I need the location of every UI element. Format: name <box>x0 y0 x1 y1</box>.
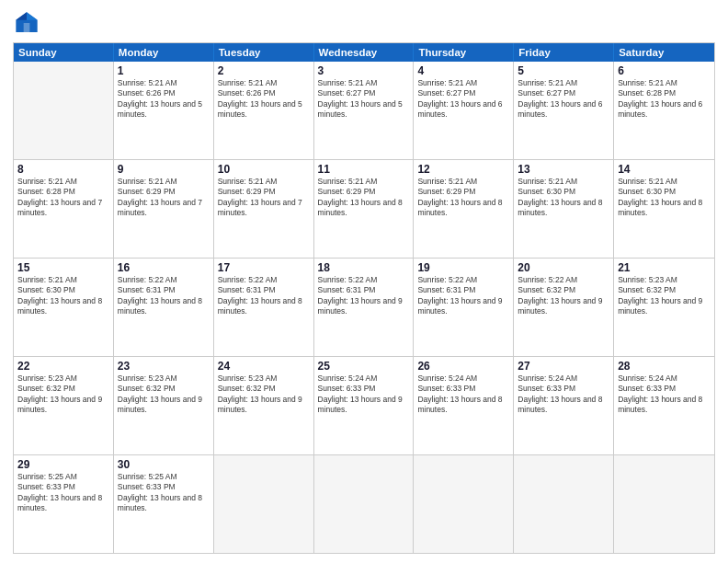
day-number: 24 <box>218 360 310 373</box>
svg-marker-2 <box>16 12 27 19</box>
cal-cell: 25Sunrise: 5:24 AMSunset: 6:33 PMDayligh… <box>314 357 415 454</box>
cal-cell: 28Sunrise: 5:24 AMSunset: 6:33 PMDayligh… <box>614 357 714 454</box>
day-info: Sunrise: 5:23 AMSunset: 6:32 PMDaylight:… <box>17 373 109 416</box>
day-info: Sunrise: 5:22 AMSunset: 6:31 PMDaylight:… <box>118 275 210 317</box>
cal-cell: 29Sunrise: 5:25 AMSunset: 6:33 PMDayligh… <box>14 455 114 553</box>
day-info: Sunrise: 5:24 AMSunset: 6:33 PMDaylight:… <box>618 373 711 416</box>
day-info: Sunrise: 5:21 AMSunset: 6:29 PMDaylight:… <box>118 177 210 219</box>
day-info: Sunrise: 5:21 AMSunset: 6:27 PMDaylight:… <box>417 78 509 121</box>
cal-header-day: Friday <box>514 43 614 62</box>
cal-header-day: Saturday <box>614 43 714 62</box>
cal-header-day: Sunday <box>14 43 114 62</box>
day-number: 22 <box>17 360 109 373</box>
cal-cell <box>414 455 514 553</box>
day-info: Sunrise: 5:22 AMSunset: 6:31 PMDaylight:… <box>218 275 310 317</box>
day-info: Sunrise: 5:21 AMSunset: 6:26 PMDaylight:… <box>218 78 310 121</box>
day-number: 30 <box>118 458 210 471</box>
day-info: Sunrise: 5:22 AMSunset: 6:32 PMDaylight:… <box>518 275 609 317</box>
page: SundayMondayTuesdayWednesdayThursdayFrid… <box>0 0 728 563</box>
day-number: 6 <box>618 64 711 77</box>
cal-cell <box>214 455 314 553</box>
cal-header-day: Thursday <box>414 43 514 62</box>
cal-row: 15Sunrise: 5:21 AMSunset: 6:30 PMDayligh… <box>14 258 714 356</box>
cal-header-day: Monday <box>114 43 214 62</box>
day-number: 16 <box>118 261 210 274</box>
cal-cell: 6Sunrise: 5:21 AMSunset: 6:28 PMDaylight… <box>614 62 714 159</box>
day-number: 10 <box>218 163 310 176</box>
cal-cell <box>514 455 614 553</box>
cal-cell: 15Sunrise: 5:21 AMSunset: 6:30 PMDayligh… <box>14 259 114 356</box>
day-number: 11 <box>318 163 410 176</box>
cal-cell: 21Sunrise: 5:23 AMSunset: 6:32 PMDayligh… <box>614 259 714 356</box>
day-info: Sunrise: 5:22 AMSunset: 6:31 PMDaylight:… <box>417 275 509 317</box>
cal-cell: 30Sunrise: 5:25 AMSunset: 6:33 PMDayligh… <box>114 455 214 553</box>
day-number: 29 <box>17 458 109 471</box>
svg-rect-3 <box>24 23 30 32</box>
cal-cell: 5Sunrise: 5:21 AMSunset: 6:27 PMDaylight… <box>514 62 614 159</box>
cal-header-day: Wednesday <box>314 43 415 62</box>
cal-header-day: Tuesday <box>214 43 314 62</box>
day-number: 8 <box>17 163 109 176</box>
day-number: 17 <box>218 261 310 274</box>
day-info: Sunrise: 5:21 AMSunset: 6:28 PMDaylight:… <box>618 78 711 121</box>
day-info: Sunrise: 5:21 AMSunset: 6:27 PMDaylight:… <box>318 78 410 121</box>
header <box>13 9 715 37</box>
cal-cell: 20Sunrise: 5:22 AMSunset: 6:32 PMDayligh… <box>514 259 614 356</box>
day-info: Sunrise: 5:21 AMSunset: 6:29 PMDaylight:… <box>417 177 509 219</box>
cal-row: 22Sunrise: 5:23 AMSunset: 6:32 PMDayligh… <box>14 356 714 454</box>
cal-cell <box>14 62 114 159</box>
day-info: Sunrise: 5:22 AMSunset: 6:31 PMDaylight:… <box>318 275 410 317</box>
cal-cell: 22Sunrise: 5:23 AMSunset: 6:32 PMDayligh… <box>14 357 114 454</box>
day-number: 20 <box>518 261 609 274</box>
day-info: Sunrise: 5:21 AMSunset: 6:27 PMDaylight:… <box>518 78 609 121</box>
day-number: 3 <box>318 64 410 77</box>
cal-row: 1Sunrise: 5:21 AMSunset: 6:26 PMDaylight… <box>14 62 714 159</box>
svg-marker-1 <box>27 12 38 19</box>
cal-cell: 8Sunrise: 5:21 AMSunset: 6:28 PMDaylight… <box>14 160 114 258</box>
cal-cell: 4Sunrise: 5:21 AMSunset: 6:27 PMDaylight… <box>414 62 514 159</box>
day-info: Sunrise: 5:25 AMSunset: 6:33 PMDaylight:… <box>118 472 210 514</box>
day-info: Sunrise: 5:24 AMSunset: 6:33 PMDaylight:… <box>518 373 609 416</box>
cal-cell: 2Sunrise: 5:21 AMSunset: 6:26 PMDaylight… <box>214 62 314 159</box>
day-info: Sunrise: 5:21 AMSunset: 6:30 PMDaylight:… <box>17 275 109 317</box>
calendar: SundayMondayTuesdayWednesdayThursdayFrid… <box>13 42 715 554</box>
cal-cell: 3Sunrise: 5:21 AMSunset: 6:27 PMDaylight… <box>314 62 415 159</box>
day-info: Sunrise: 5:21 AMSunset: 6:28 PMDaylight:… <box>17 177 109 219</box>
cal-cell: 18Sunrise: 5:22 AMSunset: 6:31 PMDayligh… <box>314 259 415 356</box>
day-number: 28 <box>618 360 711 373</box>
cal-cell: 14Sunrise: 5:21 AMSunset: 6:30 PMDayligh… <box>614 160 714 258</box>
day-info: Sunrise: 5:21 AMSunset: 6:30 PMDaylight:… <box>618 177 711 219</box>
day-number: 21 <box>618 261 711 274</box>
day-info: Sunrise: 5:21 AMSunset: 6:29 PMDaylight:… <box>318 177 410 219</box>
day-number: 5 <box>518 64 609 77</box>
day-number: 1 <box>118 64 210 77</box>
day-number: 14 <box>618 163 711 176</box>
cal-row: 8Sunrise: 5:21 AMSunset: 6:28 PMDaylight… <box>14 159 714 258</box>
cal-cell: 16Sunrise: 5:22 AMSunset: 6:31 PMDayligh… <box>114 259 214 356</box>
day-info: Sunrise: 5:23 AMSunset: 6:32 PMDaylight:… <box>618 275 711 317</box>
day-info: Sunrise: 5:21 AMSunset: 6:30 PMDaylight:… <box>518 177 609 219</box>
cal-cell: 26Sunrise: 5:24 AMSunset: 6:33 PMDayligh… <box>414 357 514 454</box>
day-number: 15 <box>17 261 109 274</box>
logo <box>13 9 44 37</box>
day-number: 19 <box>417 261 509 274</box>
cal-cell: 19Sunrise: 5:22 AMSunset: 6:31 PMDayligh… <box>414 259 514 356</box>
cal-cell: 17Sunrise: 5:22 AMSunset: 6:31 PMDayligh… <box>214 259 314 356</box>
cal-cell: 13Sunrise: 5:21 AMSunset: 6:30 PMDayligh… <box>514 160 614 258</box>
day-number: 26 <box>417 360 509 373</box>
day-number: 9 <box>118 163 210 176</box>
cal-cell <box>314 455 415 553</box>
cal-cell: 24Sunrise: 5:23 AMSunset: 6:32 PMDayligh… <box>214 357 314 454</box>
cal-cell: 27Sunrise: 5:24 AMSunset: 6:33 PMDayligh… <box>514 357 614 454</box>
day-number: 23 <box>118 360 210 373</box>
day-info: Sunrise: 5:25 AMSunset: 6:33 PMDaylight:… <box>17 472 109 514</box>
day-info: Sunrise: 5:23 AMSunset: 6:32 PMDaylight:… <box>118 373 210 416</box>
day-number: 18 <box>318 261 410 274</box>
day-number: 12 <box>417 163 509 176</box>
day-number: 25 <box>318 360 410 373</box>
day-info: Sunrise: 5:21 AMSunset: 6:26 PMDaylight:… <box>118 78 210 121</box>
cal-cell: 12Sunrise: 5:21 AMSunset: 6:29 PMDayligh… <box>414 160 514 258</box>
cal-cell: 11Sunrise: 5:21 AMSunset: 6:29 PMDayligh… <box>314 160 415 258</box>
calendar-body: 1Sunrise: 5:21 AMSunset: 6:26 PMDaylight… <box>14 62 714 553</box>
cal-cell: 9Sunrise: 5:21 AMSunset: 6:29 PMDaylight… <box>114 160 214 258</box>
